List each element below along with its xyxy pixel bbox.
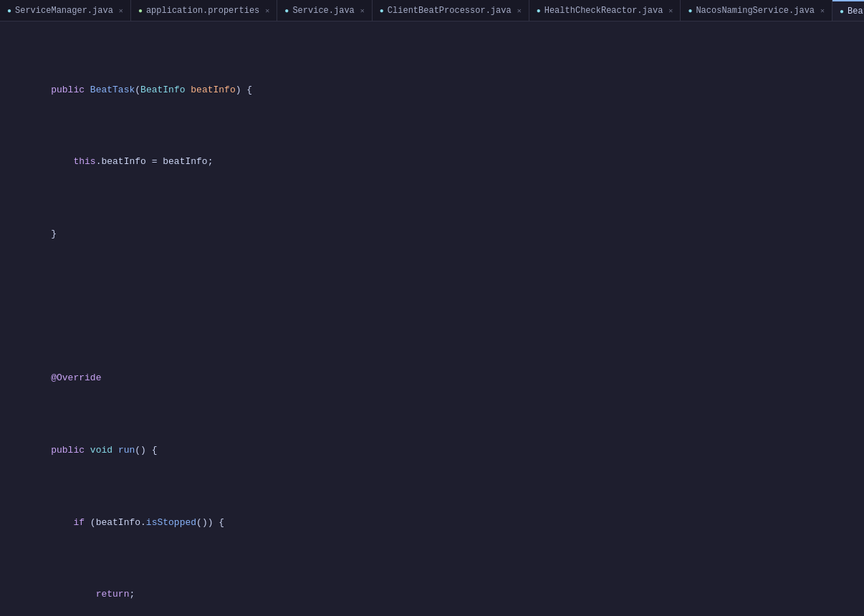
tab-healthcheckreactor[interactable]: ● HealthCheckReactor.java ✕ [529,0,681,21]
props-icon: ● [138,7,143,15]
code-line: } [0,227,864,241]
code-line: if (beatInfo.isStopped()) { [0,516,864,530]
tab-bar: ● ServiceManager.java ✕ ● application.pr… [0,0,864,21]
tab-close-icon[interactable]: ✕ [119,6,123,15]
code-line: return; [0,587,864,602]
tab-application-properties[interactable]: ● application.properties ✕ [131,0,277,21]
code-line [0,299,864,314]
java-icon: ● [284,7,289,15]
code-editor: public BeatTask(BeatInfo beatInfo) { thi… [0,21,864,616]
tab-clientbeatprocessor[interactable]: ● ClientBeatProcessor.java ✕ [373,0,529,21]
code-line: public void run() { [0,443,864,458]
code-content: public BeatTask(BeatInfo beatInfo) { thi… [0,25,864,616]
tab-close-icon[interactable]: ✕ [820,6,825,15]
tab-service[interactable]: ● Service.java ✕ [277,0,372,21]
java-icon: ● [7,7,11,15]
code-line: @Override [0,371,864,385]
java-icon: ● [537,7,541,15]
code-line: public BeatTask(BeatInfo beatInfo) { [0,83,864,97]
tab-close-icon[interactable]: ✕ [517,6,522,15]
java-icon: ● [688,7,692,15]
java-icon: ● [840,8,844,16]
code-line: this.beatInfo = beatInfo; [0,155,864,169]
tab-nacosnamingservice[interactable]: ● NacosNamingService.java ✕ [681,0,832,21]
java-icon: ● [380,7,384,15]
tab-close-icon[interactable]: ✕ [360,6,365,15]
tab-close-icon[interactable]: ✕ [668,6,673,15]
tab-beatreactor[interactable]: ● BeatReactor.java ✕ [832,0,864,21]
tab-servicemanager[interactable]: ● ServiceManager.java ✕ [0,0,131,21]
tab-close-icon[interactable]: ✕ [265,6,269,15]
